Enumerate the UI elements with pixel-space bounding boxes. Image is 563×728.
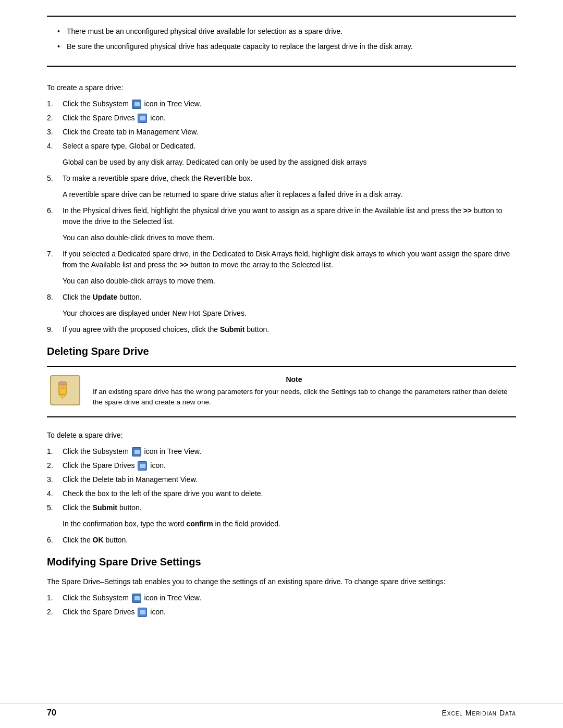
del-step-6: 6. Click the OK button. bbox=[47, 535, 516, 546]
mod-subsystem-icon bbox=[132, 594, 141, 603]
del-step-4: 4. Check the box to the left of the spar… bbox=[47, 488, 516, 499]
note-content: Note If an existing spare drive has the … bbox=[93, 375, 516, 408]
del-subsystem-icon bbox=[132, 447, 141, 456]
step-1: 1. Click the Subsystem icon in Tree View… bbox=[47, 98, 516, 109]
prerequisite-list: There must be an unconfigured physical d… bbox=[47, 26, 516, 52]
modifying-spare-section: The Spare Drive–Settings tab enables you… bbox=[47, 576, 516, 618]
bullet-item-1: There must be an unconfigured physical d… bbox=[57, 26, 516, 37]
bullet-item-2: Be sure the unconfigured physical drive … bbox=[57, 41, 516, 52]
del-step-2: 2. Click the Spare Drives icon. bbox=[47, 460, 516, 471]
del-step-1: 1. Click the Subsystem icon in Tree View… bbox=[47, 446, 516, 457]
del-step-3: 3. Click the Delete tab in Management Vi… bbox=[47, 474, 516, 485]
mod-step-2: 2. Click the Spare Drives icon. bbox=[47, 607, 516, 618]
note-title: Note bbox=[93, 375, 516, 384]
delete-spare-intro: To delete a spare drive: bbox=[47, 430, 516, 441]
step-3: 3. Click the Create tab in Management Vi… bbox=[47, 127, 516, 138]
page: There must be an unconfigured physical d… bbox=[0, 0, 563, 728]
create-spare-intro: To create a spare drive: bbox=[47, 82, 516, 93]
create-spare-steps: 1. Click the Subsystem icon in Tree View… bbox=[47, 98, 516, 152]
create-spare-steps-3: 6. In the Physical drives field, highlig… bbox=[47, 205, 516, 227]
create-spare-steps-2: 5. To make a revertible spare drive, che… bbox=[47, 173, 516, 184]
sub-step-8: Your choices are displayed under New Hot… bbox=[47, 308, 516, 319]
del-sub-step-5: In the confirmation box, type the word c… bbox=[47, 519, 516, 529]
svg-rect-2 bbox=[59, 382, 66, 385]
note-pencil-icon bbox=[50, 375, 80, 405]
page-number: 70 bbox=[47, 708, 56, 718]
spare-drives-icon bbox=[138, 114, 147, 123]
delete-spare-section: To delete a spare drive: 1. Click the Su… bbox=[47, 430, 516, 546]
company-name: Excel Meridian Data bbox=[442, 709, 516, 717]
sub-step-6: You can also double-click drives to move… bbox=[47, 232, 516, 243]
modifying-section-heading: Modifying Spare Drive Settings bbox=[47, 556, 516, 568]
step-5: 5. To make a revertible spare drive, che… bbox=[47, 173, 516, 184]
step-9: 9. If you agree with the proposed choice… bbox=[47, 324, 516, 335]
sub-step-7: You can also double-click arrays to move… bbox=[47, 276, 516, 287]
pencil-svg bbox=[56, 381, 75, 400]
del-spare-drives-icon bbox=[138, 461, 147, 471]
step-7: 7. If you selected a Dedicated spare dri… bbox=[47, 249, 516, 270]
modifying-spare-intro: The Spare Drive–Settings tab enables you… bbox=[47, 576, 516, 587]
create-spare-steps-5: 8. Click the Update button. bbox=[47, 292, 516, 303]
content-area: There must be an unconfigured physical d… bbox=[0, 0, 563, 654]
footer: 70 Excel Meridian Data bbox=[0, 704, 563, 718]
deleting-section-heading: Deleting Spare Drive bbox=[47, 346, 516, 357]
mod-step-1: 1. Click the Subsystem icon in Tree View… bbox=[47, 593, 516, 603]
sub-step-4: Global can be used by any disk array. De… bbox=[47, 157, 516, 168]
subsystem-icon bbox=[132, 100, 141, 109]
modifying-steps: 1. Click the Subsystem icon in Tree View… bbox=[47, 593, 516, 618]
note-box: Note If an existing spare drive has the … bbox=[47, 366, 516, 417]
create-spare-section: To create a spare drive: 1. Click the Su… bbox=[47, 82, 516, 335]
step-8: 8. Click the Update button. bbox=[47, 292, 516, 303]
create-spare-steps-6: 9. If you agree with the proposed choice… bbox=[47, 324, 516, 335]
step-6: 6. In the Physical drives field, highlig… bbox=[47, 205, 516, 227]
sub-step-5: A revertible spare drive can be returned… bbox=[47, 189, 516, 200]
del-step-5: 5. Click the Submit button. bbox=[47, 502, 516, 513]
create-spare-steps-4: 7. If you selected a Dedicated spare dri… bbox=[47, 249, 516, 270]
delete-spare-steps-2: 6. Click the OK button. bbox=[47, 535, 516, 546]
top-section: There must be an unconfigured physical d… bbox=[47, 16, 516, 67]
delete-spare-steps: 1. Click the Subsystem icon in Tree View… bbox=[47, 446, 516, 513]
step-4: 4. Select a spare type, Global or Dedica… bbox=[47, 141, 516, 152]
step-2: 2. Click the Spare Drives icon. bbox=[47, 113, 516, 124]
mod-spare-drives-icon bbox=[138, 608, 147, 617]
note-icon-container bbox=[47, 375, 83, 405]
note-text: If an existing spare drive has the wrong… bbox=[93, 387, 516, 408]
